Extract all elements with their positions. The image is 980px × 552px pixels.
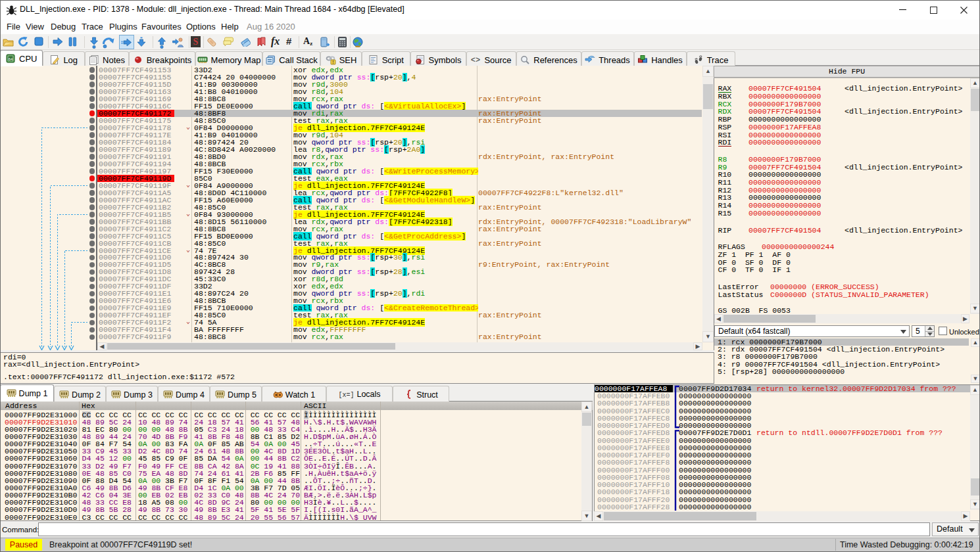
- svg-text:<>: <>: [471, 56, 480, 65]
- svg-text:64: 64: [9, 57, 13, 61]
- svg-text:!: !: [332, 60, 333, 64]
